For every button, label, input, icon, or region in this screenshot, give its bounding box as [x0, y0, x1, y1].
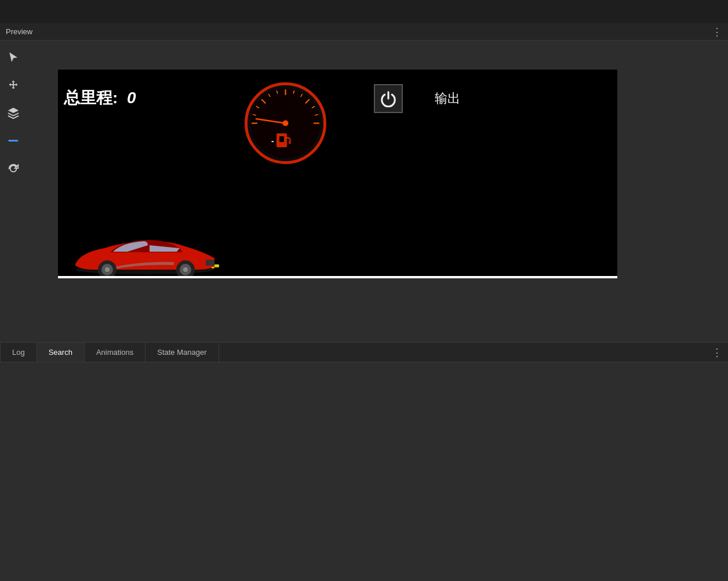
power-button[interactable]	[374, 84, 403, 113]
cursor-icon[interactable]	[5, 49, 21, 66]
output-text: 输出	[435, 90, 460, 107]
tab-log[interactable]: Log	[0, 343, 37, 362]
preview-canvas: 总里程: 0	[58, 70, 617, 278]
fuel-gauge: -	[243, 81, 327, 168]
svg-point-30	[105, 267, 110, 272]
preview-title: Preview	[6, 27, 32, 36]
svg-rect-32	[212, 267, 214, 268]
canvas-bottom-line	[58, 276, 617, 278]
preview-header: Preview ⋮	[0, 23, 728, 41]
svg-rect-1	[8, 140, 10, 141]
bottom-tabs: Log Search Animations State Manager ⋮	[0, 343, 728, 362]
canvas-area: 总里程: 0	[26, 41, 728, 342]
car-image	[58, 232, 232, 278]
odometer-value: 0	[127, 89, 136, 107]
move-icon[interactable]	[5, 77, 21, 93]
tab-search[interactable]: Search	[37, 343, 85, 362]
tab-animations[interactable]: Animations	[85, 343, 145, 362]
bottom-more-icon[interactable]: ⋮	[712, 346, 722, 359]
text-icon[interactable]	[5, 133, 21, 149]
svg-point-18	[283, 121, 289, 126]
refresh-icon[interactable]	[5, 161, 21, 177]
odometer-label: 总里程:	[64, 89, 118, 107]
svg-point-27	[183, 267, 188, 272]
preview-more-icon[interactable]: ⋮	[712, 26, 722, 38]
tab-state-manager[interactable]: State Manager	[145, 343, 219, 362]
svg-rect-31	[214, 264, 219, 267]
svg-rect-24	[206, 260, 214, 266]
preview-panel: Preview ⋮	[0, 23, 728, 342]
top-bar	[0, 0, 728, 23]
left-toolbar	[0, 41, 26, 342]
layers-icon[interactable]	[5, 105, 21, 121]
svg-text:-: -	[271, 136, 274, 146]
bottom-content	[0, 362, 728, 581]
svg-rect-20	[279, 136, 284, 142]
bottom-panel: Log Search Animations State Manager ⋮	[0, 342, 728, 581]
bottom-tabs-left: Log Search Animations State Manager	[0, 343, 219, 362]
odometer: 总里程: 0	[64, 87, 136, 109]
